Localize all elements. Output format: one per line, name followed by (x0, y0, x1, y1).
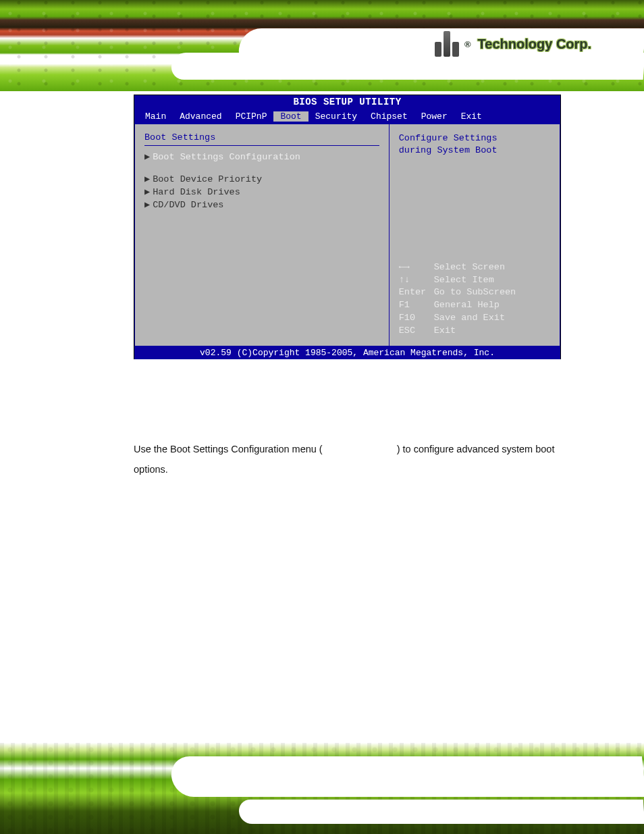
bios-footer-copyright: v02.59 (C)Copyright 1985-2005, American … (134, 346, 560, 359)
bios-divider (144, 145, 379, 146)
brand-logo: ® Technology Corp. (435, 27, 624, 61)
document-paragraph: Use the Boot Settings Configuration menu… (134, 439, 561, 480)
bios-tab-security[interactable]: Security (308, 111, 364, 122)
triangle-right-icon: ▶ (144, 200, 150, 210)
key-label: General Help (434, 300, 500, 310)
bios-help-text: Configure Settings during System Boot (399, 132, 550, 157)
key-name: F10 (399, 312, 434, 325)
bios-help-line: during System Boot (399, 145, 550, 157)
key-name: Enter (399, 286, 434, 299)
registered-mark: ® (464, 39, 471, 49)
bios-key-legend: ←→Select Screen ↑↓Select Item EnterGo to… (399, 261, 550, 338)
key-name: ←→ (399, 261, 434, 274)
footer-swoosh-1 (169, 756, 644, 797)
bios-tab-boot[interactable]: Boot (273, 111, 308, 122)
triangle-right-icon: ▶ (144, 187, 150, 197)
bios-tab-power[interactable]: Power (414, 111, 454, 122)
key-label: Select Item (434, 275, 494, 285)
bios-setup-screenshot: BIOS SETUP UTILITY Main Advanced PCIPnP … (134, 95, 561, 359)
logo-icon (435, 31, 459, 57)
footer-swoosh-2 (238, 800, 644, 824)
key-name: ESC (399, 325, 434, 338)
key-name: F1 (399, 299, 434, 312)
key-label: Select Screen (434, 262, 505, 272)
bios-section-heading: Boot Settings (144, 132, 379, 142)
bios-tab-bar: Main Advanced PCIPnP Boot Security Chips… (134, 109, 560, 124)
bios-body: Boot Settings ▶Boot Settings Configurati… (134, 124, 560, 346)
bios-tab-advanced[interactable]: Advanced (173, 111, 228, 122)
brand-company-text: Technology Corp. (478, 36, 592, 52)
bios-item-label: Hard Disk Drives (153, 187, 240, 197)
triangle-right-icon: ▶ (144, 174, 150, 184)
bios-menu-item[interactable]: ▶Boot Settings Configuration (144, 150, 379, 163)
bios-tab-exit[interactable]: Exit (454, 111, 489, 122)
bios-menu-item[interactable]: ▶Boot Device Priority (144, 172, 379, 185)
bios-menu-item[interactable]: ▶CD/DVD Drives (144, 198, 379, 211)
bios-item-label: CD/DVD Drives (153, 200, 223, 210)
header-decorative-band: ® Technology Corp. (0, 0, 644, 91)
bios-left-pane: Boot Settings ▶Boot Settings Configurati… (134, 124, 390, 346)
footer-decorative-band (0, 743, 644, 834)
bios-item-label: Boot Device Priority (153, 174, 262, 184)
key-name: ↑↓ (399, 274, 434, 287)
key-label: Go to SubScreen (434, 287, 516, 297)
bios-tab-main[interactable]: Main (138, 111, 173, 122)
bios-item-label: Boot Settings Configuration (153, 152, 300, 162)
bios-tab-pcipnp[interactable]: PCIPnP (229, 111, 274, 122)
bios-help-line: Configure Settings (399, 132, 550, 145)
bios-menu-item[interactable]: ▶Hard Disk Drives (144, 185, 379, 198)
bios-title: BIOS SETUP UTILITY (134, 95, 560, 109)
bios-right-pane: Configure Settings during System Boot ←→… (390, 124, 560, 346)
triangle-right-icon: ▶ (144, 152, 150, 162)
para-part-1: Use the Boot Settings Configuration menu… (134, 444, 323, 454)
key-label: Save and Exit (434, 313, 505, 323)
bios-tab-chipset[interactable]: Chipset (364, 111, 414, 122)
key-label: Exit (434, 325, 456, 336)
